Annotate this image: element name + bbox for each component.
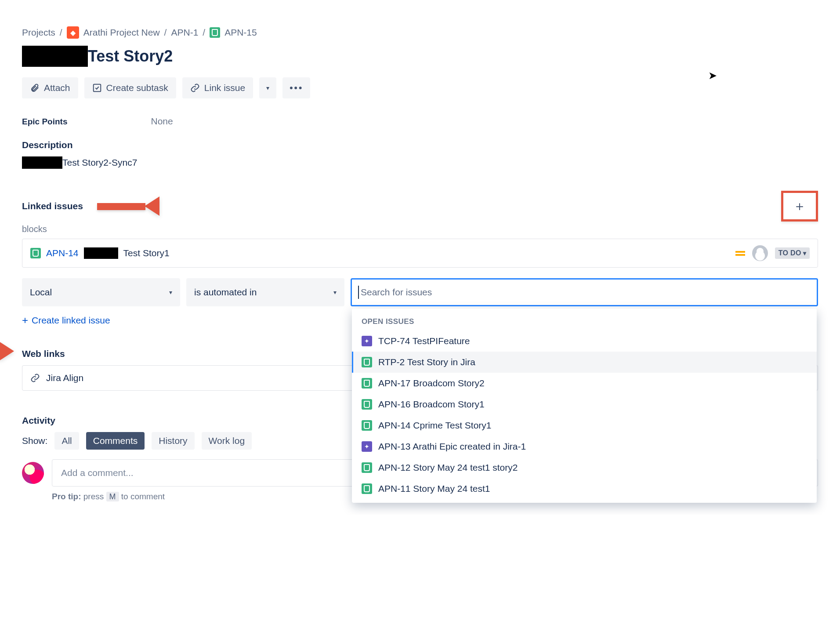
redacted-block <box>84 247 118 259</box>
epic-points-value[interactable]: None <box>151 116 173 127</box>
issue-suggestion-item[interactable]: RTP-2 Test Story in Jira <box>352 352 817 373</box>
link-issue-dropdown-button[interactable]: ▾ <box>259 77 276 98</box>
search-input[interactable]: Search for issues OPEN ISSUES TCP-74 Tes… <box>351 278 818 306</box>
create-linked-issue-label: Create linked issue <box>32 315 110 326</box>
keyboard-key: M <box>106 492 119 501</box>
linked-issues-header: Linked issues <box>22 201 83 211</box>
project-icon: ◆ <box>67 26 79 39</box>
link-relation-select[interactable]: is automated in ▾ <box>186 278 344 306</box>
issue-suggestion-text: RTP-2 Test Story in Jira <box>378 357 475 367</box>
breadcrumb-issue-key[interactable]: APN-15 <box>224 27 257 38</box>
more-actions-button[interactable]: ••• <box>282 77 310 98</box>
more-icon: ••• <box>290 83 303 93</box>
breadcrumb-parent-key[interactable]: APN-1 <box>171 27 198 38</box>
link-issue-label: Link issue <box>204 83 245 93</box>
issue-suggestion-text: APN-16 Broadcom Story1 <box>378 399 485 410</box>
redacted-block <box>22 156 62 169</box>
plus-icon: + <box>22 314 28 327</box>
chevron-down-icon: ▾ <box>169 289 172 296</box>
link-issue-button[interactable]: Link issue <box>182 77 253 98</box>
issue-suggestion-item[interactable]: APN-12 Story May 24 test1 story2 <box>352 457 817 478</box>
breadcrumb-sep: / <box>203 27 205 38</box>
svg-rect-0 <box>93 84 101 92</box>
subtask-icon <box>92 83 102 93</box>
issue-suggestion-text: APN-13 Arathi Epic created in Jira-1 <box>378 441 526 452</box>
linked-relation-label: blocks <box>22 224 818 234</box>
story-icon <box>362 420 372 431</box>
breadcrumb-sep: / <box>60 27 62 38</box>
story-icon <box>362 378 372 389</box>
epic-icon <box>362 336 372 346</box>
issue-suggestions-dropdown: OPEN ISSUES TCP-74 TestPIFeatureRTP-2 Te… <box>352 309 817 503</box>
status-badge[interactable]: TO DO ▾ <box>775 247 810 259</box>
description-text: Test Story2-Sync7 <box>62 157 137 168</box>
create-subtask-label: Create subtask <box>106 83 168 93</box>
attach-button[interactable]: Attach <box>22 77 78 98</box>
breadcrumb-sep: / <box>164 27 167 38</box>
link-icon <box>30 373 40 383</box>
tab-history[interactable]: History <box>152 432 194 450</box>
priority-icon <box>735 251 745 256</box>
create-subtask-button[interactable]: Create subtask <box>84 77 176 98</box>
tab-comments[interactable]: Comments <box>86 432 145 450</box>
chevron-down-icon: ▾ <box>333 289 337 296</box>
story-icon <box>362 462 372 473</box>
tab-worklog[interactable]: Work log <box>202 432 252 450</box>
issue-suggestion-item[interactable]: APN-16 Broadcom Story1 <box>352 394 817 415</box>
story-icon <box>210 27 220 38</box>
annotation-arrow-icon <box>97 197 159 215</box>
linked-issue-summary: Test Story1 <box>123 248 170 258</box>
pro-tip-label: Pro tip: <box>52 492 81 501</box>
description-value[interactable]: Test Story2-Sync7 <box>22 156 818 169</box>
tab-all[interactable]: All <box>54 432 79 450</box>
story-icon <box>362 357 372 367</box>
chevron-down-icon: ▾ <box>266 84 269 91</box>
page-title[interactable]: Test Story2 <box>88 47 173 65</box>
issue-suggestion-text: APN-14 Cprime Test Story1 <box>378 420 492 431</box>
link-icon <box>190 83 200 93</box>
web-link-label: Jira Align <box>46 373 83 383</box>
pro-tip-text: press <box>83 492 104 501</box>
issue-suggestion-text: APN-12 Story May 24 test1 story2 <box>378 462 518 473</box>
breadcrumb-projects[interactable]: Projects <box>22 27 55 38</box>
linked-issue-key[interactable]: APN-14 <box>46 248 79 258</box>
breadcrumb: Projects / ◆ Arathi Project New / APN-1 … <box>22 26 818 39</box>
epic-icon <box>362 441 372 452</box>
issue-suggestion-text: TCP-74 TestPIFeature <box>378 336 470 346</box>
attach-icon <box>30 83 40 93</box>
story-icon <box>30 248 41 258</box>
issue-suggestion-item[interactable]: APN-17 Broadcom Story2 <box>352 373 817 394</box>
linked-issue-row[interactable]: APN-14 Test Story1 TO DO ▾ <box>22 239 818 268</box>
text-cursor <box>358 286 359 299</box>
annotation-highlight: ＋ <box>781 191 818 222</box>
chevron-down-icon: ▾ <box>803 250 806 257</box>
annotation-arrow-icon <box>0 341 16 361</box>
redacted-block <box>22 46 88 67</box>
mouse-cursor: ➤ <box>708 69 717 82</box>
add-linked-issue-button[interactable]: ＋ <box>784 194 815 218</box>
breadcrumb-project-name[interactable]: Arathi Project New <box>83 27 160 38</box>
attach-label: Attach <box>44 83 70 93</box>
user-avatar[interactable] <box>22 462 44 484</box>
status-text: TO DO <box>778 249 801 257</box>
assignee-avatar[interactable] <box>752 245 768 261</box>
issue-suggestion-text: APN-11 Story May 24 test1 <box>378 483 490 494</box>
description-label: Description <box>22 140 818 150</box>
pro-tip-text: to comment <box>121 492 165 501</box>
show-label: Show: <box>22 436 47 446</box>
issue-toolbar: Attach Create subtask Link issue ▾ ••• <box>22 77 818 98</box>
epic-points-label: Epic Points <box>22 117 67 127</box>
link-scope-select[interactable]: Local ▾ <box>22 278 180 306</box>
issue-suggestion-item[interactable]: APN-13 Arathi Epic created in Jira-1 <box>352 436 817 457</box>
story-icon <box>362 399 372 410</box>
dropdown-group-label: OPEN ISSUES <box>352 315 817 331</box>
link-issue-form: Local ▾ is automated in ▾ Search for iss… <box>22 278 818 306</box>
issue-suggestion-item[interactable]: APN-14 Cprime Test Story1 <box>352 415 817 436</box>
issue-suggestion-item[interactable]: APN-11 Story May 24 test1 <box>352 478 817 499</box>
issue-suggestion-item[interactable]: TCP-74 TestPIFeature <box>352 331 817 352</box>
comment-placeholder: Add a comment... <box>61 468 134 478</box>
link-relation-value: is automated in <box>194 287 257 298</box>
search-placeholder: Search for issues <box>361 287 432 298</box>
issue-suggestion-text: APN-17 Broadcom Story2 <box>378 378 485 389</box>
story-icon <box>362 483 372 494</box>
